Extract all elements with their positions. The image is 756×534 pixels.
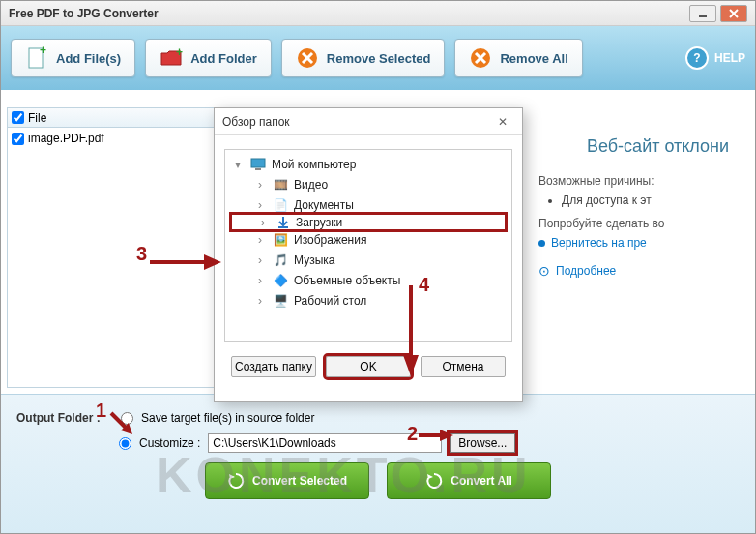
radio-source-folder[interactable] xyxy=(121,412,133,425)
help-icon: ? xyxy=(685,46,709,70)
expand-icon[interactable]: › xyxy=(258,233,268,247)
browse-button[interactable]: Browse... xyxy=(450,433,515,453)
bullet-icon xyxy=(538,240,545,247)
tree-node-pictures[interactable]: ›🖼️Изображения xyxy=(229,229,508,250)
annotation-4: 4 xyxy=(419,274,429,296)
link-back[interactable]: Вернитесь на пре xyxy=(538,236,740,250)
radio-source-label: Save target file(s) in source folder xyxy=(141,411,314,425)
output-panel: Output Folder : Save target file(s) in s… xyxy=(1,394,755,533)
remove-all-button[interactable]: Remove All xyxy=(454,39,582,77)
remove-x-icon xyxy=(296,46,319,70)
folder-add-icon: + xyxy=(160,46,183,70)
expand-icon[interactable]: › xyxy=(261,216,271,229)
cancel-button[interactable]: Отмена xyxy=(421,356,506,377)
svg-text:+: + xyxy=(40,46,46,57)
tree-root[interactable]: ▾ Мой компьютер xyxy=(229,154,508,174)
tree-node-video[interactable]: ›🎞️Видео xyxy=(229,174,508,194)
add-folder-label: Add Folder xyxy=(190,51,257,66)
convert-selected-button[interactable]: Convert Selected xyxy=(205,462,369,499)
window-title: Free PDF to JPG Converter xyxy=(9,7,159,20)
file-checkbox[interactable] xyxy=(12,133,24,145)
toolbar: + Add File(s) + Add Folder Remove Select… xyxy=(1,26,755,90)
window-controls xyxy=(689,5,747,22)
computer-icon xyxy=(250,158,266,171)
remove-selected-button[interactable]: Remove Selected xyxy=(281,39,446,77)
link-more[interactable]: ⊙Подробнее xyxy=(538,263,740,279)
music-icon: 🎵 xyxy=(274,253,288,267)
folder-tree[interactable]: ▾ Мой компьютер ›🎞️Видео ›📄Документы ›За… xyxy=(224,149,512,342)
expand-icon[interactable]: › xyxy=(258,274,268,287)
browse-folders-dialog: Обзор папок ✕ ▾ Мой компьютер ›🎞️Видео ›… xyxy=(214,107,523,402)
side-sub2: Попробуйте сделать во xyxy=(538,217,740,230)
tree-node-desktop[interactable]: ›🖥️Рабочий стол xyxy=(229,290,508,311)
create-folder-button[interactable]: Создать папку xyxy=(231,356,316,377)
video-icon: 🎞️ xyxy=(274,178,288,192)
remove-selected-label: Remove Selected xyxy=(327,51,431,66)
svg-text:+: + xyxy=(176,47,183,59)
file-column-header: File xyxy=(28,111,46,125)
remove-all-label: Remove All xyxy=(500,51,567,66)
side-sub1: Возможные причины: xyxy=(538,174,740,188)
minimize-button[interactable] xyxy=(689,5,716,22)
side-heading: Веб-сайт отклони xyxy=(587,136,740,157)
annotation-2: 2 xyxy=(407,423,418,445)
add-files-label: Add File(s) xyxy=(56,51,121,66)
picture-icon: 🖼️ xyxy=(274,233,288,247)
radio-customize-label: Customize : xyxy=(139,436,200,450)
download-icon xyxy=(276,216,290,229)
remove-x-icon xyxy=(469,46,492,70)
expand-icon[interactable]: ▾ xyxy=(235,158,245,171)
add-folder-button[interactable]: + Add Folder xyxy=(145,39,272,77)
svg-rect-13 xyxy=(255,168,261,170)
dialog-titlebar: Обзор папок ✕ xyxy=(215,108,522,135)
refresh-icon xyxy=(425,472,443,490)
titlebar: Free PDF to JPG Converter xyxy=(1,1,755,26)
svg-rect-12 xyxy=(251,159,265,167)
svg-rect-14 xyxy=(278,226,288,228)
close-button[interactable] xyxy=(720,5,747,22)
desktop-icon: 🖥️ xyxy=(274,294,288,308)
radio-customize[interactable] xyxy=(119,437,131,450)
help-label: HELP xyxy=(714,51,745,65)
expand-icon[interactable]: › xyxy=(258,253,268,267)
convert-all-button[interactable]: Convert All xyxy=(387,462,551,499)
side-panel: Веб-сайт отклони Возможные причины: Для … xyxy=(527,107,749,388)
refresh-icon xyxy=(227,472,245,490)
file-name: image.PDF.pdf xyxy=(28,132,104,145)
annotation-3: 3 xyxy=(136,243,147,265)
dialog-title: Обзор папок xyxy=(222,115,290,129)
chevron-down-icon: ⊙ xyxy=(538,263,550,279)
dialog-buttons: Создать папку OK Отмена xyxy=(215,348,522,387)
tree-node-music[interactable]: ›🎵Музыка xyxy=(229,250,508,270)
tree-node-3d[interactable]: ›🔷Объемные объекты xyxy=(229,270,508,290)
add-files-button[interactable]: + Add File(s) xyxy=(11,39,135,77)
annotation-1: 1 xyxy=(96,400,106,422)
file-add-icon: + xyxy=(25,46,48,70)
select-all-checkbox[interactable] xyxy=(12,111,24,124)
dialog-close-button[interactable]: ✕ xyxy=(491,113,514,131)
document-icon: 📄 xyxy=(274,198,288,212)
expand-icon[interactable]: › xyxy=(258,294,268,308)
help-link[interactable]: ? HELP xyxy=(685,46,745,70)
expand-icon[interactable]: › xyxy=(258,198,268,212)
cube-icon: 🔷 xyxy=(274,274,288,287)
ok-button[interactable]: OK xyxy=(326,356,411,377)
expand-icon[interactable]: › xyxy=(258,178,268,192)
side-li1: Для доступа к эт xyxy=(562,193,740,207)
